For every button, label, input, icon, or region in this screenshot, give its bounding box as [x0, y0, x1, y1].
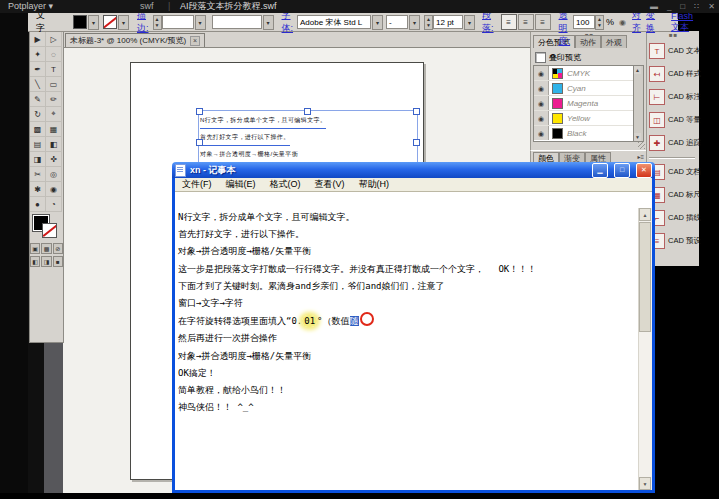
tool-graph[interactable]: ◧	[46, 137, 62, 152]
scroll-down-icon[interactable]: ▼	[634, 133, 641, 141]
tab-actions[interactable]: 动作	[575, 35, 601, 48]
plate-row[interactable]: ◉ Black	[534, 126, 636, 140]
opacity-circle-icon[interactable]: ◉	[619, 13, 626, 31]
cad-presets-button[interactable]: ≡ CAD 预设	[649, 233, 701, 249]
tool-direct-selection[interactable]: ▷	[46, 32, 62, 47]
fill-dropdown-icon[interactable]: ▾	[88, 15, 99, 30]
fill-color-swatch[interactable]	[73, 15, 87, 29]
opacity-input[interactable]: 100	[573, 15, 595, 29]
plate-row[interactable]: ◉ Magenta	[534, 96, 636, 111]
player-tab[interactable]: swf	[140, 0, 154, 13]
brush-input[interactable]	[212, 15, 262, 29]
player-app-menu[interactable]: Potplayer ▾	[8, 0, 53, 13]
eye-toggle[interactable]: ◉	[534, 66, 549, 80]
tab-appearance[interactable]: 外观	[601, 35, 627, 48]
notepad-text-area[interactable]: N行文字，拆分成单个文字，且可编辑文字。 首先打好文字，进行以下操作。 对象→拼…	[175, 208, 652, 490]
plate-row[interactable]: ◉ CMYK	[534, 66, 636, 81]
color-mode-button[interactable]: ▣	[30, 243, 40, 254]
tool-warp[interactable]: ▩	[30, 122, 46, 137]
notepad-scrollbar[interactable]: ▲ ▼	[638, 208, 652, 490]
notepad-minimize-button[interactable]: ▁	[592, 163, 608, 178]
cad-document-button[interactable]: ▤ CAD 文档	[649, 164, 701, 180]
tool-mesh[interactable]: ◨	[30, 152, 46, 167]
scroll-down-icon[interactable]: ▼	[639, 477, 651, 490]
player-pin-icon[interactable]: ▬	[650, 0, 658, 13]
panel-resize-grip[interactable]	[638, 142, 645, 149]
stroke-weight-link[interactable]: 描边:	[137, 13, 149, 31]
tool-zoom[interactable]: ◔	[46, 197, 62, 212]
toolbox-stroke-swatch[interactable]	[42, 223, 57, 238]
paragraph-link[interactable]: 段落:	[482, 13, 494, 31]
font-select[interactable]: Adobe 宋体 Std L	[297, 15, 371, 29]
align-left-button[interactable]: ≡	[501, 14, 517, 30]
screen-mode-full-menu-button[interactable]: ◨	[41, 256, 51, 267]
menu-format[interactable]: 格式(O)	[263, 178, 308, 191]
cad-ruler-button[interactable]: ▦ CAD 标尺	[649, 187, 701, 203]
none-mode-button[interactable]: ⊘	[53, 243, 63, 254]
tool-rotate[interactable]: ↻	[30, 107, 46, 122]
scroll-up-icon[interactable]: ▲	[634, 66, 641, 74]
tool-paintbrush[interactable]: ✎	[30, 92, 46, 107]
screen-mode-full-button[interactable]: ■	[53, 256, 63, 267]
tool-lasso[interactable]: ◌	[46, 47, 62, 62]
menu-edit[interactable]: 编辑(E)	[219, 178, 263, 191]
cad-dimension-button[interactable]: ⊢ CAD 标注	[649, 89, 701, 105]
eye-toggle[interactable]: ◉	[534, 96, 549, 110]
align-center-button[interactable]: ≡	[518, 14, 534, 30]
opacity-link[interactable]: 不透明度:	[559, 13, 571, 31]
menu-help[interactable]: 帮助(H)	[352, 178, 397, 191]
plate-list-scrollbar[interactable]: ▲ ▼	[633, 65, 644, 142]
cad-isometric-button[interactable]: ◫ CAD 等量	[649, 112, 701, 128]
tool-pencil[interactable]: ✏	[46, 92, 62, 107]
panel-menu-icon[interactable]: ▸≡	[637, 153, 644, 160]
eye-toggle[interactable]: ◉	[534, 126, 549, 140]
cad-insert-line-button[interactable]: ⌐ CAD 插线	[649, 210, 701, 226]
scrollbar-thumb[interactable]	[639, 222, 651, 332]
menu-file[interactable]: 文件(F)	[175, 178, 219, 191]
eye-toggle[interactable]: ◉	[534, 111, 549, 125]
document-close-icon[interactable]: ×	[190, 36, 200, 46]
font-size-spinner[interactable]: ▲▼	[424, 15, 433, 30]
align-right-button[interactable]: ≡	[535, 14, 551, 30]
cad-tracker-button[interactable]: ✚ CAD 追踪	[649, 135, 701, 151]
menu-view[interactable]: 查看(V)	[308, 178, 352, 191]
opacity-spinner[interactable]: ▲▼	[595, 15, 604, 30]
stroke-color-swatch[interactable]	[103, 15, 117, 29]
plate-row[interactable]: ◉ Cyan	[534, 81, 636, 96]
transform-panel-link[interactable]: 变换	[646, 13, 655, 31]
font-size-dropdown-icon[interactable]: ▾	[464, 15, 475, 30]
stroke-weight-dropdown-icon[interactable]: ▾	[195, 15, 206, 30]
font-dropdown-icon[interactable]: ▾	[372, 15, 383, 30]
tool-symbol-sprayer[interactable]: ▤	[30, 137, 46, 152]
tool-line[interactable]: ╲	[30, 77, 46, 92]
player-grid-button[interactable]: ∷	[694, 0, 699, 13]
font-size-input[interactable]: 12 pt	[433, 15, 463, 29]
stroke-dropdown-icon[interactable]: ▾	[118, 15, 129, 30]
tool-rectangle[interactable]: ▭	[46, 77, 62, 92]
font-link[interactable]: 字体:	[282, 13, 294, 31]
overprint-preview-checkbox[interactable]	[535, 52, 546, 63]
notepad-title-bar[interactable]: xn - 记事本 ▁ □ ✕	[172, 162, 655, 178]
selection-handle[interactable]	[304, 108, 311, 115]
brush-dropdown-icon[interactable]: ▾	[263, 15, 274, 30]
tool-blend[interactable]: ◎	[46, 167, 62, 182]
align-panel-link[interactable]: 对齐	[632, 13, 641, 31]
cad-style-button[interactable]: ↤ CAD 样式	[649, 66, 701, 82]
selection-handle[interactable]	[413, 108, 420, 115]
notepad-maximize-button[interactable]: □	[614, 163, 630, 178]
tool-free-transform[interactable]: ▦	[46, 122, 62, 137]
font-style-dropdown-icon[interactable]: ▾	[409, 15, 420, 30]
tool-pen[interactable]: ✒	[30, 62, 46, 77]
eye-toggle[interactable]: ◉	[534, 81, 549, 95]
selection-handle[interactable]	[196, 139, 203, 146]
tool-live-paint[interactable]: ✱	[30, 182, 46, 197]
player-maximize-button[interactable]: □	[680, 0, 685, 13]
scroll-up-icon[interactable]: ▲	[639, 208, 651, 221]
player-minimize-button[interactable]: _	[667, 0, 671, 13]
tool-magic-wand[interactable]: ✦	[30, 47, 46, 62]
selection-handle[interactable]	[413, 139, 420, 146]
screen-mode-normal-button[interactable]: ◧	[30, 256, 40, 267]
stroke-weight-spinner[interactable]: ▲▼	[153, 15, 162, 30]
tool-eyedropper[interactable]: ✂	[30, 167, 46, 182]
tool-type[interactable]: T	[46, 62, 62, 77]
